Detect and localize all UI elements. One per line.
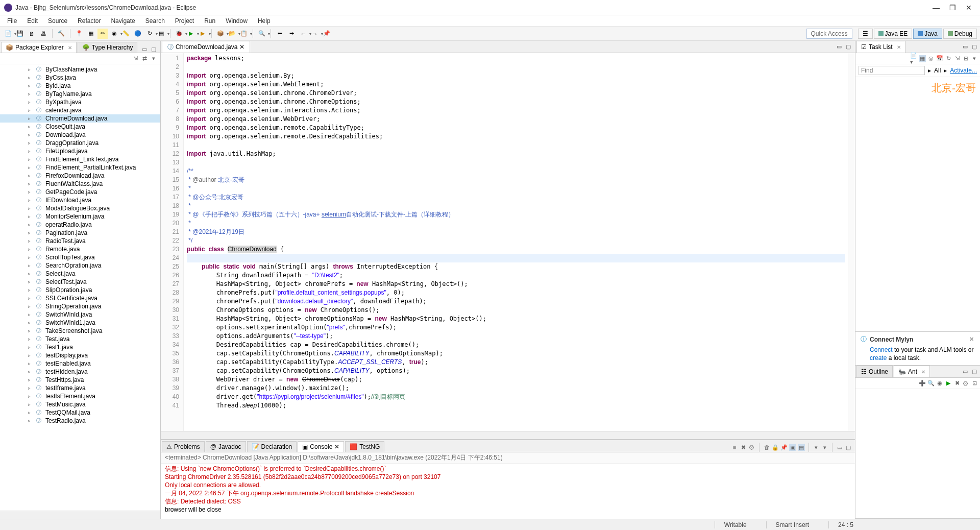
perspective-javaee[interactable]: Java EE (874, 29, 913, 39)
mylyn-connect-link[interactable]: Connect (870, 346, 893, 353)
tab-task-list[interactable]: ☑ Task List✕ (856, 41, 905, 53)
file-getpagecode-java[interactable]: ▹ⒿGetPageCode.java (0, 188, 160, 196)
sync-icon[interactable]: ↻ (945, 55, 952, 62)
tab-console[interactable]: ▣ Console✕ (298, 441, 344, 452)
new-package-icon[interactable]: 📦 (215, 29, 226, 39)
file-fluentwaitclass-java[interactable]: ▹ⒿFluentWaitClass.java (0, 180, 160, 188)
menu-edit[interactable]: Edit (23, 16, 42, 26)
ruler-icon[interactable]: 📏 (121, 29, 131, 39)
file-byxpath-java[interactable]: ▹ⒿByXpath.java (0, 98, 160, 106)
annotation-icon[interactable]: ◉ (109, 29, 119, 39)
perspective-java[interactable]: Java (913, 29, 942, 39)
file-operatradio-java[interactable]: ▹ⒿoperatRadio.java (0, 221, 160, 229)
new-class-icon[interactable]: 📂 (227, 29, 237, 39)
schedule-icon[interactable]: 📅 (936, 55, 943, 62)
menu-icon[interactable]: ▾ (971, 55, 978, 62)
minimize-view-icon[interactable]: ▭ (141, 45, 148, 53)
file-download-java[interactable]: ▹ⒿDownload.java (0, 131, 160, 139)
close-icon[interactable]: ✕ (921, 369, 925, 375)
file-draggopration-java[interactable]: ▹ⒿDraggOpration.java (0, 139, 160, 147)
menu-window[interactable]: Window (222, 16, 252, 26)
task-find-input[interactable] (859, 66, 925, 75)
show-console-icon[interactable]: ▾ (813, 444, 820, 451)
close-icon[interactable]: ✕ (68, 45, 72, 51)
open-console-icon[interactable]: ▤ (798, 444, 805, 451)
ant-remove-icon[interactable]: ✖ (953, 380, 961, 387)
file-fileupload-java[interactable]: ▹ⒿFileUpload.java (0, 147, 160, 155)
categorize-icon[interactable]: ▦ (919, 55, 926, 62)
file-select-java[interactable]: ▹ⒿSelect.java (0, 270, 160, 278)
activate-link[interactable]: Activate... (950, 67, 977, 74)
file-pagination-java[interactable]: ▹ⒿPagination.java (0, 229, 160, 237)
filter-icon[interactable]: ▤ (156, 29, 166, 39)
file-testhidden-java[interactable]: ▹ⒿtestHidden.java (0, 368, 160, 376)
scroll-lock-icon[interactable]: 🔒 (772, 444, 779, 451)
menu-project[interactable]: Project (171, 16, 198, 26)
print-button[interactable]: 🖶 (38, 29, 48, 39)
file-modaldialoguebox-java[interactable]: ▹ⒿModalDialogueBox.java (0, 204, 160, 212)
menu-search[interactable]: Search (141, 16, 169, 26)
file-byid-java[interactable]: ▹ⒿById.java (0, 82, 160, 90)
minimize-editor-icon[interactable]: ▭ (836, 43, 843, 51)
breakpoint-icon[interactable]: 🔵 (133, 29, 143, 39)
file-testdisplay-java[interactable]: ▹ⒿtestDisplay.java (0, 351, 160, 359)
file-testhttps-java[interactable]: ▹ⒿTestHttps.java (0, 376, 160, 384)
hide-icon[interactable]: ⊟ (962, 55, 969, 62)
save-button[interactable]: 💾 (15, 29, 25, 39)
file-byclassname-java[interactable]: ▹ⒿByClassName.java (0, 65, 160, 74)
link-editor-icon[interactable]: ⇄ (141, 55, 148, 62)
refresh-icon[interactable]: ↻ (144, 29, 155, 39)
toggle-mark-icon[interactable]: 📍 (74, 29, 84, 39)
menu-run[interactable]: Run (200, 16, 219, 26)
terminate-icon[interactable]: ■ (731, 444, 738, 451)
search-button[interactable]: 🔍 (257, 29, 267, 39)
close-button[interactable]: ✕ (966, 5, 972, 11)
run-last-button[interactable]: ▶ (198, 29, 208, 39)
close-icon[interactable]: ✕ (239, 43, 244, 51)
maximize-console-icon[interactable]: ▢ (845, 444, 852, 451)
tab-package-explorer[interactable]: 📦 Package Explorer✕ (1, 42, 77, 53)
maximize-editor-icon[interactable]: ▢ (845, 43, 852, 51)
mylyn-create-link[interactable]: create (870, 354, 887, 362)
maximize-outline-icon[interactable]: ▢ (971, 368, 978, 375)
pin-console-icon[interactable]: 📌 (780, 444, 788, 451)
file-testiframe-java[interactable]: ▹ⒿtestIframe.java (0, 384, 160, 392)
overview-ruler[interactable] (848, 53, 855, 431)
menu-help[interactable]: Help (254, 16, 275, 26)
new-task-icon[interactable]: 📄▾ (910, 55, 917, 62)
file-stringoperation-java[interactable]: ▹ⒿStringOperation.java (0, 302, 160, 310)
ant-run-icon[interactable]: ▶ (945, 380, 952, 387)
run-button[interactable]: ▶ (186, 29, 196, 39)
menu-source[interactable]: Source (44, 16, 71, 26)
file-findelement_linktext-java[interactable]: ▹ⒿFindElement_LinkText.java (0, 155, 160, 163)
tab-declaration[interactable]: 📝 Declaration (247, 441, 297, 452)
ant-props-icon[interactable]: ◉ (936, 380, 943, 387)
ant-search-icon[interactable]: 🔍 (927, 380, 935, 387)
maximize-view-icon[interactable]: ▢ (150, 45, 157, 53)
arrow-icon[interactable]: ▸ (928, 67, 931, 74)
ant-removeall-icon[interactable]: ⛒ (962, 380, 969, 387)
new-console-icon[interactable]: ▾ (821, 444, 828, 451)
file-test-java[interactable]: ▹ⒿTest.java (0, 335, 160, 343)
minimize-tasks-icon[interactable]: ▭ (962, 43, 969, 51)
all-filter[interactable]: All (934, 67, 941, 74)
debug-button[interactable]: 🐞 (174, 29, 184, 39)
file-switchwinid-java[interactable]: ▹ⒿSwitchWinId.java (0, 310, 160, 319)
prev-edit-icon[interactable]: ⬅ (275, 29, 285, 39)
minimize-outline-icon[interactable]: ▭ (962, 368, 969, 375)
open-perspective-button[interactable]: ☰ (858, 29, 873, 39)
file-testiselement-java[interactable]: ▹ⒿtestIsElement.java (0, 392, 160, 400)
collapse-all-icon[interactable]: ⇲ (132, 55, 139, 62)
file-remote-java[interactable]: ▹ⒿRemote.java (0, 245, 160, 253)
console-output[interactable]: 信息: Using `new ChromeOptions()` is prefe… (161, 464, 855, 519)
collapse-icon[interactable]: ⇲ (953, 55, 961, 62)
file-takescreenshot-java[interactable]: ▹ⒿTakeScreenshot.java (0, 327, 160, 335)
arrow-icon[interactable]: ▸ (944, 67, 947, 74)
new-type-icon[interactable]: 📋 (239, 29, 249, 39)
menu-navigate[interactable]: Navigate (107, 16, 139, 26)
ant-add-icon[interactable]: ➕ (919, 380, 926, 387)
file-bytagname-java[interactable]: ▹ⒿByTagName.java (0, 90, 160, 98)
code-editor[interactable]: package lessons; import org.openqa.selen… (184, 53, 848, 431)
next-edit-icon[interactable]: ➡ (286, 29, 297, 39)
minimize-button[interactable]: — (933, 5, 939, 11)
